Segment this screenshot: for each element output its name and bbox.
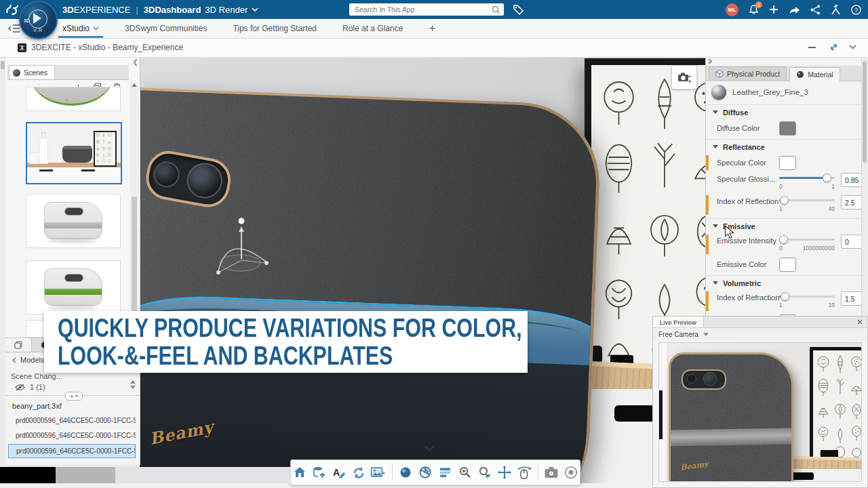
viewport-chevron-down-icon[interactable] [425, 446, 434, 451]
chevron-down-icon[interactable] [252, 7, 258, 12]
zoom-select-button[interactable] [476, 463, 493, 482]
share-nodes-icon[interactable] [810, 5, 821, 15]
user-avatar[interactable]: ML [726, 3, 738, 16]
glossiness-value[interactable]: 0.85 [842, 174, 863, 186]
update-preview-button[interactable] [671, 65, 697, 89]
scroll-up-arrow[interactable] [132, 83, 137, 87]
mini-jar [29, 152, 39, 164]
scenes-tab-strip: Scenes [7, 65, 129, 80]
panel-splitter[interactable] [5, 395, 140, 396]
chevron-down-icon [713, 145, 718, 148]
panel-handle-icon[interactable] [1, 61, 5, 69]
row-label: Specular Color [717, 159, 779, 167]
annotate-button[interactable]: A [330, 463, 347, 482]
tree-item[interactable]: prd00000596_646CCE5C-0000-1FCC-5C47... [8, 429, 136, 442]
scrub-bar-black [0, 467, 56, 483]
emissive-intensity-slider[interactable]: 0 1000000000 [779, 235, 835, 252]
scene-thumbnail-grey-stripe[interactable] [26, 194, 121, 248]
close-icon[interactable] [857, 319, 863, 325]
speaker-lens-small [151, 159, 181, 189]
tab-material[interactable]: Material [789, 67, 840, 81]
tab-scenes[interactable]: Scenes [9, 65, 55, 79]
section-diffuse[interactable]: Diffuse [706, 104, 868, 119]
search-icon[interactable] [492, 5, 500, 14]
collapse-left-panel-icon[interactable]: ❮ [133, 58, 138, 66]
hidden-count: 1 (1) [30, 383, 45, 391]
splitter-handle[interactable] [65, 392, 83, 401]
refraction-slider[interactable]: 1 10 [779, 291, 835, 309]
live-preview-tab[interactable]: Live Preview [653, 317, 704, 327]
notifications-button[interactable]: 1 [749, 4, 759, 15]
render-settings-button[interactable] [437, 463, 454, 482]
turntable-capture-button[interactable] [563, 463, 580, 482]
reflection-slider[interactable]: 1 40 [779, 195, 835, 213]
tree-item-label: prd00000596_646CCE5C-0000-1FCC-5C47... [16, 447, 136, 455]
pan-button[interactable] [496, 463, 513, 482]
scrollbar-thumb[interactable] [863, 61, 867, 163]
add-tab-button[interactable]: + [425, 22, 439, 35]
scrollbar-thumb[interactable] [132, 197, 137, 329]
model-file-name[interactable]: beany_part.3xf [12, 402, 62, 410]
3dcompass-play-badge[interactable]: 3D V.R [19, 1, 58, 39]
share-arrow-icon[interactable] [789, 5, 800, 15]
tree-item-selected[interactable]: prd00000596_646CCE5C-0000-1FCC-5C47... [8, 444, 136, 458]
camera-selector[interactable]: Free Camera [653, 328, 867, 340]
emissive-color-swatch[interactable] [779, 258, 796, 272]
tag-icon[interactable] [513, 4, 524, 16]
orbit-button[interactable] [516, 463, 533, 482]
search-input[interactable] [349, 5, 492, 14]
hidden-items-row[interactable]: 1 (1) [15, 383, 45, 391]
help-icon[interactable]: ? [851, 5, 861, 15]
backplate-button[interactable] [370, 463, 387, 482]
import-data-button[interactable] [311, 463, 328, 482]
scene-thumbnail-selected[interactable] [26, 122, 122, 184]
snapshot-button[interactable] [543, 463, 560, 482]
models-breadcrumb[interactable]: Models [12, 356, 44, 364]
render-mode-button[interactable] [417, 463, 434, 482]
slider-max: 1000000000 [803, 245, 835, 251]
menu-expand-icon[interactable] [8, 24, 20, 33]
tab-3dswym-communities[interactable]: 3DSwym Communities [121, 19, 211, 38]
minimize-button[interactable] [808, 47, 816, 48]
3d-viewport[interactable]: Beamy [140, 57, 705, 488]
material-mode-button[interactable] [397, 463, 414, 482]
section-reflectance[interactable]: Reflectance [706, 139, 868, 154]
placement-manipulator[interactable] [208, 213, 275, 283]
tab-role-at-a-glance[interactable]: Role at a Glance [338, 19, 407, 38]
sync-update-button[interactable] [350, 463, 367, 482]
search-bar[interactable] [349, 3, 504, 16]
brand-separator: | [136, 5, 138, 15]
collapse-right-panel-icon[interactable] [706, 57, 868, 66]
compass-icon[interactable] [831, 4, 841, 15]
tab-physical-product[interactable]: Physical Product [709, 66, 787, 81]
add-content-icon[interactable] [769, 5, 778, 14]
refraction-value[interactable]: 1.5 [842, 292, 863, 305]
scenes-scrollbar[interactable] [130, 81, 138, 333]
list-spinner[interactable] [130, 380, 136, 389]
tab-models[interactable] [5, 338, 32, 352]
diffuse-color-swatch[interactable] [779, 121, 796, 136]
home-view-button[interactable] [291, 463, 308, 482]
reflection-value[interactable]: 2.5 [842, 196, 863, 209]
zoom-area-button[interactable] [456, 463, 473, 482]
tree-item[interactable]: prd00000596_646CCE5C-0000-1FCC-5C470... [8, 414, 136, 427]
scrub-bar-grey [56, 467, 115, 483]
material-panel-scrollbar[interactable] [861, 57, 868, 316]
banner-line1: QUICKLY PRODUCE VARIATIONS FOR COLOR, [58, 314, 433, 342]
scene-thumbnail-partial[interactable]: ~ [26, 87, 121, 111]
slider-min: 1 [779, 302, 783, 308]
emissive-intensity-value[interactable]: 0 [842, 235, 863, 248]
specular-color-swatch[interactable] [779, 156, 796, 170]
index-of-reflection-row: Index of Reflection 1 40 2.5 [706, 194, 868, 216]
camera-turntable-icon [564, 465, 578, 480]
background-image-icon [370, 465, 387, 480]
tab-tips[interactable]: Tips for Getting Started [229, 19, 321, 38]
glossiness-slider[interactable]: 0 1 [779, 173, 835, 190]
scene-thumbnail-green-stripe[interactable] [26, 260, 121, 314]
tab-xstudio[interactable]: xStudio [58, 19, 103, 38]
collapse-window-icon[interactable] [849, 45, 856, 49]
3ds-logo-icon[interactable] [5, 3, 20, 16]
brand-page[interactable]: 3D Render [205, 5, 248, 15]
expand-button[interactable] [829, 42, 839, 52]
section-volumetric[interactable]: Volumetric [706, 275, 868, 290]
